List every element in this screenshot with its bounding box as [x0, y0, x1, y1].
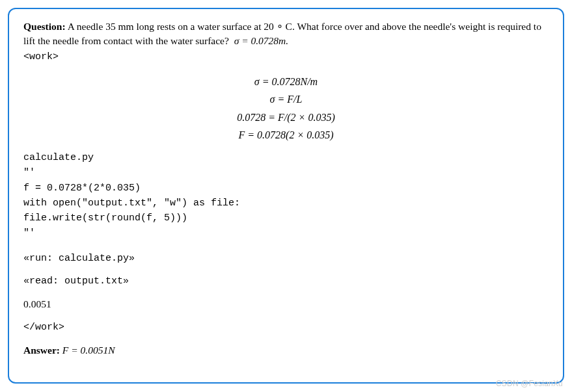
equation-line-4: F = 0.0728(2 × 0.035) [23, 127, 549, 144]
question-label: Question: [23, 21, 66, 32]
watermark: CSDN @FesianXu [496, 379, 563, 388]
read-command: «read: output.txt» [23, 276, 549, 287]
output-value: 0.0051 [23, 298, 549, 310]
answer-line: Answer: F = 0.0051N [23, 345, 549, 356]
derivation-equations: σ = 0.0728N/m σ = F/L 0.0728 = F/(2 × 0.… [23, 73, 549, 144]
code-line-3: file.write(str(round(f, 5))) [23, 213, 187, 224]
code-open-quote: "' [23, 167, 35, 178]
code-line-1: f = 0.0728*(2*0.035) [23, 183, 141, 194]
document-container: Question: A needle 35 mm long rests on a… [8, 8, 564, 384]
question-block: Question: A needle 35 mm long rests on a… [23, 20, 549, 64]
work-close-tag: </work> [23, 322, 549, 333]
answer-value: F = 0.0051N [62, 345, 115, 356]
equation-line-2: σ = F/L [23, 91, 549, 108]
equation-line-3: 0.0728 = F/(2 × 0.035) [23, 109, 549, 126]
code-line-2: with open("output.txt", "w") as file: [23, 198, 240, 209]
answer-label: Answer: [23, 345, 60, 356]
run-command: «run: calculate.py» [23, 253, 549, 264]
code-block: calculate.py "' f = 0.0728*(2*0.035) wit… [23, 150, 549, 241]
equation-line-1: σ = 0.0728N/m [23, 73, 549, 90]
code-filename: calculate.py [23, 152, 94, 163]
work-open-tag: <work> [23, 51, 59, 62]
code-close-quote: "' [23, 228, 35, 239]
sigma-given: σ = 0.0728m. [234, 35, 289, 46]
